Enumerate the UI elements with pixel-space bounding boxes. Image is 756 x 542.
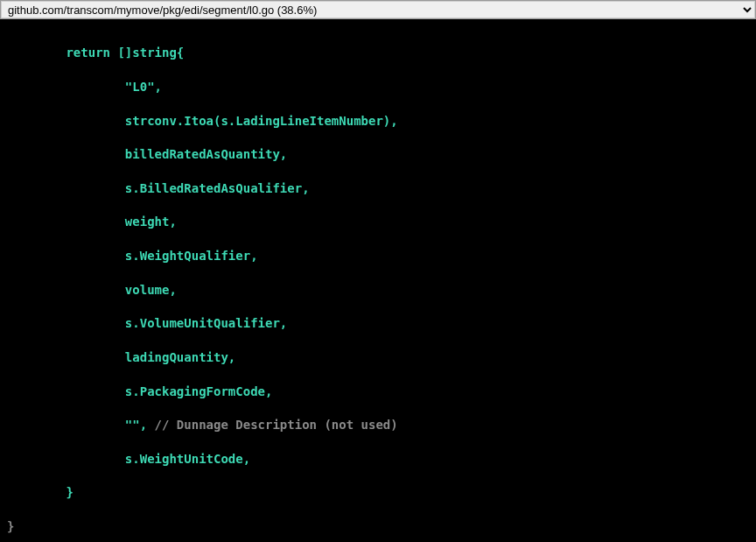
code-line: s.WeightUnitCode, [7,451,749,468]
code-line: } [7,484,749,501]
code-line: billedRatedAsQuantity, [7,146,749,163]
code-line: } [7,518,749,535]
code-line: ladingQuantity, [7,349,749,366]
file-coverage-dropdown[interactable]: github.com/transcom/mymove/pkg/edi/segme… [1,1,755,18]
code-line: return []string{ [7,45,749,61]
code-line: strconv.Itoa(s.LadingLineItemNumber), [7,113,749,130]
file-selector-bar: github.com/transcom/mymove/pkg/edi/segme… [0,0,756,19]
code-line: weight, [7,214,749,230]
code-line: volume, [7,282,749,299]
code-line: s.WeightQualifier, [7,248,749,264]
code-viewport: return []string{ "L0", strconv.Itoa(s.La… [0,19,756,542]
code-line: s.PackagingFormCode, [7,384,749,400]
code-line: s.BilledRatedAsQualifier, [7,180,749,197]
code-line: s.VolumeUnitQualifier, [7,315,749,332]
code-line: "", // Dunnage Description (not used) [7,417,749,433]
code-line: "L0", [7,79,749,95]
